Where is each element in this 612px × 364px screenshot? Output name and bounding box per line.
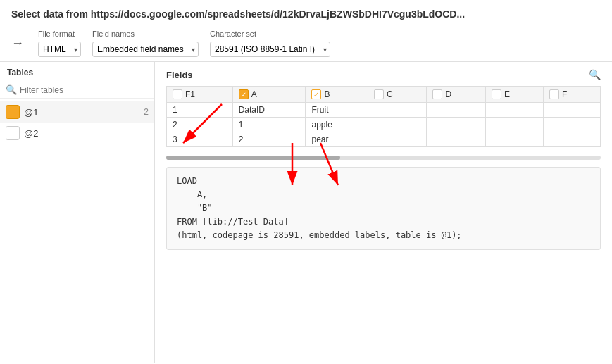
row3-num: 3	[167, 132, 233, 147]
col-checkbox-a[interactable]: ✓	[239, 89, 249, 99]
col-label-a: A	[251, 89, 257, 99]
filter-tables-input[interactable]	[20, 85, 149, 95]
character-set-label: Character set	[210, 30, 330, 38]
col-label-f1: F1	[185, 89, 195, 99]
col-checkbox-b[interactable]: ✓	[311, 89, 321, 99]
col-checkbox-f[interactable]	[549, 89, 559, 99]
col-checkbox-f1[interactable]	[173, 89, 182, 99]
table-row: 2 1 apple	[167, 118, 601, 132]
content-area: Fields 🔍 F1 ✓	[155, 62, 612, 363]
fields-header: Fields 🔍	[166, 69, 601, 80]
fields-title: Fields	[166, 70, 193, 80]
character-set-group: Character set 28591 (ISO 8859-1 Latin I)	[210, 30, 330, 57]
scrollbar-thumb	[166, 156, 340, 160]
table-item-2[interactable]: @2	[0, 123, 154, 144]
filter-box: 🔍	[0, 82, 154, 99]
main-content: Tables 🔍 @1 2 @2	[0, 62, 612, 363]
row2-colb: apple	[306, 118, 368, 132]
table-row: 1 DataID Fruit	[167, 103, 601, 118]
code-content: LOAD A, "B" FROM [lib://Test Data] (html…	[177, 175, 590, 242]
filter-search-icon: 🔍	[6, 84, 17, 95]
col-header-f1: F1	[167, 87, 233, 103]
table-icon-1	[6, 105, 20, 119]
table-name-2: @2	[24, 128, 144, 139]
col-header-c: C	[368, 87, 427, 103]
row3-colb: pear	[306, 132, 368, 147]
table-row: 3 2 pear	[167, 132, 601, 147]
file-format-group: File format HTML	[38, 30, 81, 57]
field-names-group: Field names Embedded field names	[92, 30, 199, 57]
table-icon-2	[6, 126, 20, 140]
page-container: Select data from https://docs.google.com…	[0, 0, 612, 363]
col-checkbox-c[interactable]	[374, 89, 384, 99]
col-checkbox-e[interactable]	[492, 89, 501, 99]
table-count-1: 2	[144, 107, 149, 117]
table-name-1: @1	[24, 107, 139, 118]
character-set-select[interactable]: 28591 (ISO 8859-1 Latin I)	[210, 42, 330, 57]
col-label-c: C	[387, 89, 393, 99]
row2-cola: 1	[232, 118, 306, 132]
sidebar: Tables 🔍 @1 2 @2	[0, 62, 155, 363]
row1-colb: Fruit	[306, 103, 368, 118]
col-header-d: D	[427, 87, 485, 103]
col-header-f: F	[544, 87, 601, 103]
col-header-b: ✓ B	[306, 87, 368, 103]
code-block: LOAD A, "B" FROM [lib://Test Data] (html…	[166, 167, 601, 250]
arrow-separator: →	[11, 36, 24, 51]
row1-num: 1	[167, 103, 233, 118]
row1-cola: DataID	[232, 103, 306, 118]
horizontal-scrollbar[interactable]	[166, 156, 601, 160]
sidebar-title: Tables	[0, 68, 154, 82]
row3-cola: 2	[232, 132, 306, 147]
toolbar: → File format HTML Field names Embedded …	[0, 25, 612, 62]
page-header: Select data from https://docs.google.com…	[0, 0, 612, 25]
col-header-a: ✓ A	[232, 87, 306, 103]
col-label-f: F	[562, 89, 567, 99]
col-checkbox-d[interactable]	[432, 89, 442, 99]
fields-header-row: F1 ✓ A ✓ B	[167, 87, 601, 103]
file-format-select[interactable]: HTML	[38, 42, 81, 57]
row2-num: 2	[167, 118, 233, 132]
field-names-select[interactable]: Embedded field names	[92, 42, 199, 57]
page-title: Select data from https://docs.google.com…	[11, 8, 465, 20]
col-header-e: E	[485, 87, 543, 103]
field-names-label: Field names	[92, 30, 199, 38]
file-format-label: File format	[38, 30, 81, 38]
field-names-select-wrapper: Embedded field names	[92, 42, 199, 57]
file-format-select-wrapper: HTML	[38, 42, 81, 57]
col-label-e: E	[504, 89, 510, 99]
character-set-select-wrapper: 28591 (ISO 8859-1 Latin I)	[210, 42, 330, 57]
fields-search-icon[interactable]: 🔍	[589, 69, 601, 80]
table-item-1[interactable]: @1 2	[0, 101, 154, 123]
col-label-d: D	[445, 89, 451, 99]
col-label-b: B	[324, 89, 330, 99]
fields-table: F1 ✓ A ✓ B	[166, 86, 601, 147]
